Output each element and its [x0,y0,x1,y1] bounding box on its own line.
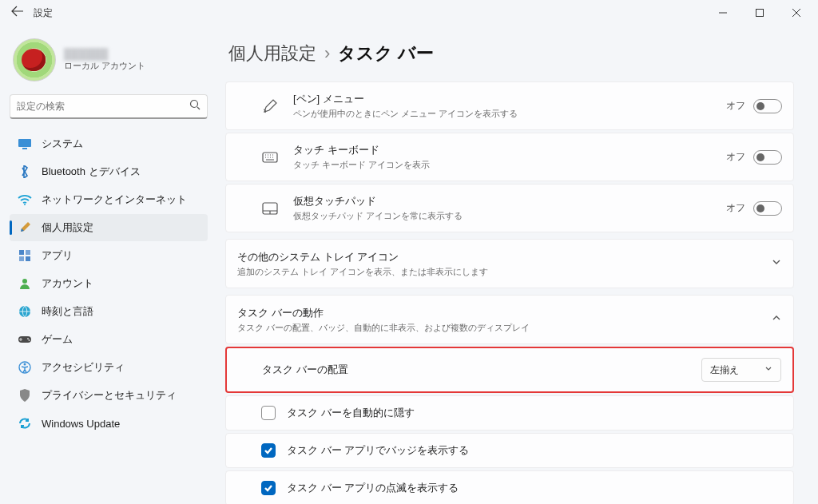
user-account-type: ローカル アカウント [64,60,145,72]
nav-label: アプリ [42,248,73,263]
breadcrumb-current: タスク バー [338,42,434,65]
main-content: 個人用設定 › タスク バー [ペン] メニュー ペンが使用中のときにペン メニ… [214,26,818,504]
svg-point-9 [22,279,27,284]
checkbox[interactable] [261,406,276,420]
breadcrumb-parent[interactable]: 個人用設定 [228,42,316,65]
row-title: タスク バーの配置 [262,363,701,377]
svg-point-15 [24,363,26,366]
svg-point-13 [29,339,30,341]
svg-rect-2 [18,139,31,147]
maximize-button[interactable] [741,0,778,26]
bluetooth-icon [18,165,32,179]
accessibility-icon [18,360,32,375]
toggle-state: オフ [726,150,745,164]
back-button[interactable] [10,6,26,20]
nav-label: 個人用設定 [42,220,93,235]
time-language-icon [18,304,32,319]
checkbox[interactable] [261,443,276,458]
row-other-tray-icons[interactable]: その他のシステム トレイ アイコン 追加のシステム トレイ アイコンを表示、また… [225,239,794,288]
svg-rect-5 [19,250,24,255]
checkbox-label: タスク バー アプリでバッジを表示する [287,443,469,458]
network-icon [18,192,32,207]
touchpad-icon [261,200,279,217]
row-virtual-touchpad[interactable]: 仮想タッチパッド 仮想タッチパッド アイコンを常に表示する オフ [225,184,794,232]
nav-accounts[interactable]: アカウント [10,270,208,297]
chevron-down-icon [771,256,782,271]
keyboard-icon [261,149,279,166]
svg-point-4 [24,204,26,205]
svg-rect-6 [26,250,30,255]
svg-rect-8 [26,256,30,261]
nav-accessibility[interactable]: アクセシビリティ [10,354,208,381]
checkbox-label: タスク バー アプリの点滅を表示する [287,481,459,495]
row-sub: 追加のシステム トレイ アイコンを表示、または非表示にします [237,266,771,278]
nav-label: Bluetooth とデバイス [42,165,141,179]
row-taskbar-behaviors[interactable]: タスク バーの動作 タスク バーの配置、バッジ、自動的に非表示、および複数のディ… [225,295,794,344]
breadcrumb: 個人用設定 › タスク バー [228,42,794,65]
user-block[interactable]: ██████ ローカル アカウント [10,34,208,93]
nav-system[interactable]: システム [10,130,208,157]
nav-label: アクセシビリティ [42,360,125,375]
search-box[interactable] [10,94,208,119]
nav-personalization[interactable]: 個人用設定 [10,214,208,241]
toggle-switch[interactable] [753,201,782,216]
row-show-badges[interactable]: タスク バー アプリでバッジを表示する [225,433,794,468]
minimize-button[interactable] [705,0,741,26]
privacy-icon [18,388,32,403]
row-pen-menu[interactable]: [ペン] メニュー ペンが使用中のときにペン メニュー アイコンを表示する オフ [225,81,794,130]
nav-network[interactable]: ネットワークとインターネット [10,186,208,213]
toggle-state: オフ [726,201,745,215]
row-sub: ペンが使用中のときにペン メニュー アイコンを表示する [293,108,726,120]
row-title: [ペン] メニュー [293,92,726,106]
nav-bluetooth[interactable]: Bluetooth とデバイス [10,158,208,185]
row-title: タッチ キーボード [293,143,726,157]
row-sub: 仮想タッチパッド アイコンを常に表示する [293,210,726,222]
nav-label: 時刻と言語 [42,304,93,319]
svg-point-1 [191,101,198,108]
svg-point-12 [27,338,29,339]
apps-icon [18,248,32,263]
nav: システム Bluetooth とデバイス ネットワークとインターネット 個人用設… [10,130,208,437]
system-icon [18,137,32,151]
row-show-flashing[interactable]: タスク バー アプリの点滅を表示する [225,470,794,504]
row-touch-keyboard[interactable]: タッチ キーボード タッチ キーボード アイコンを表示 オフ [225,133,794,181]
nav-label: プライバシーとセキュリティ [42,388,177,403]
toggle-switch[interactable] [753,150,782,165]
row-title: タスク バーの動作 [237,306,771,320]
chevron-down-icon [764,364,772,375]
toggle-switch[interactable] [753,99,782,113]
nav-label: アカウント [42,276,93,291]
svg-rect-0 [756,10,764,17]
search-input[interactable] [17,101,189,112]
nav-gaming[interactable]: ゲーム [10,326,208,353]
window-title: 設定 [34,6,53,20]
nav-apps[interactable]: アプリ [10,242,208,269]
toggle-state: オフ [726,99,745,113]
row-sub: タスク バーの配置、バッジ、自動的に非表示、および複数のディスプレイ [237,322,771,334]
user-name: ██████ [64,48,145,60]
checkbox[interactable] [261,481,276,495]
nav-label: システム [42,137,83,151]
row-title: 仮想タッチパッド [293,194,726,208]
breadcrumb-sep: › [324,43,330,64]
nav-privacy[interactable]: プライバシーとセキュリティ [10,382,208,409]
svg-rect-7 [19,256,24,261]
windows-update-icon [18,416,32,431]
checkbox-label: タスク バーを自動的に隠す [287,406,415,420]
personalization-icon [18,220,32,235]
nav-time-language[interactable]: 時刻と言語 [10,298,208,325]
chevron-up-icon [771,312,782,327]
row-auto-hide[interactable]: タスク バーを自動的に隠す [225,395,794,431]
close-button[interactable] [778,0,815,26]
sidebar: ██████ ローカル アカウント システム Bluetooth とデバイス [0,26,214,504]
titlebar: 設定 [0,0,818,26]
alignment-dropdown[interactable]: 左揃え [701,358,781,382]
gaming-icon [18,332,32,347]
avatar [13,38,56,81]
nav-windows-update[interactable]: Windows Update [10,410,208,437]
nav-label: Windows Update [42,418,120,430]
nav-label: ゲーム [42,332,73,347]
nav-label: ネットワークとインターネット [42,192,187,207]
accounts-icon [18,276,32,291]
pen-icon [261,97,279,115]
